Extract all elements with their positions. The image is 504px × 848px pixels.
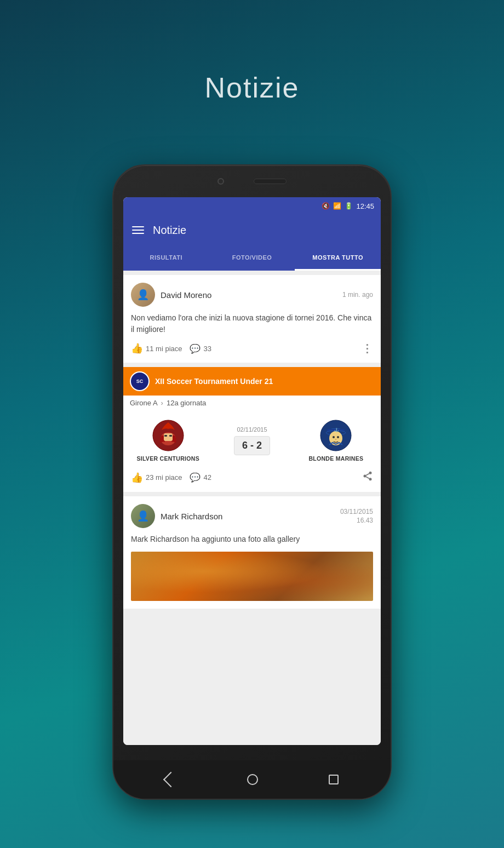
- app-bar: Notizie: [123, 215, 381, 245]
- comment-button-david[interactable]: 💬 33: [190, 343, 211, 354]
- tab-mostra-tutto[interactable]: MOSTRA TUTTO: [295, 245, 381, 271]
- svg-line-18: [366, 473, 369, 475]
- avatar-david: 👤: [131, 283, 155, 307]
- svg-point-14: [369, 472, 372, 474]
- username-mark: Mark Richardson: [161, 512, 222, 521]
- user-info-david: 👤 David Moreno: [131, 283, 211, 307]
- recents-button[interactable]: [329, 775, 339, 784]
- thumb-up-icon-match: 👍: [131, 472, 143, 484]
- page-header: Notizie: [0, 0, 504, 175]
- phone-bottom-nav: [113, 760, 391, 799]
- match-round: 12a giornata: [167, 399, 206, 407]
- front-camera: [217, 178, 224, 185]
- phone-top-area: [203, 175, 301, 187]
- feed-scroll-area[interactable]: 👤 David Moreno 1 min. ago Non vediamo l'…: [123, 271, 381, 745]
- svg-text:⚓: ⚓: [334, 427, 339, 432]
- phone-screen: 🔇 📶 🔋 12:45 Notizie RISULTATI FOTO/VIDEO: [123, 197, 381, 745]
- status-time: 12:45: [356, 202, 374, 210]
- tournament-logo: SC: [130, 371, 150, 391]
- team1-info: SILVER CENTURIONS: [130, 419, 206, 462]
- svg-point-12: [335, 439, 337, 440]
- breadcrumb-arrow-icon: ›: [161, 399, 163, 407]
- home-button[interactable]: [247, 774, 258, 785]
- earpiece-speaker: [254, 179, 287, 184]
- tab-risultati[interactable]: RISULTATI: [123, 245, 209, 271]
- post-card-david: 👤 David Moreno 1 min. ago Non vediamo l'…: [123, 275, 381, 363]
- svg-point-15: [364, 475, 366, 478]
- svg-point-16: [369, 478, 372, 480]
- like-count-david: 11 mi piace: [146, 345, 182, 353]
- user-info-mark: 👤 Mark Richardson: [131, 504, 222, 528]
- match-body: SILVER CENTURIONS 02/11/2015 6 - 2: [123, 410, 381, 466]
- svg-rect-2: [164, 433, 173, 441]
- match-card-actions: 👍 23 mi piace 💬 42: [123, 466, 381, 492]
- back-button[interactable]: [163, 772, 179, 787]
- svg-line-17: [366, 477, 369, 478]
- team1-name: SILVER CENTURIONS: [136, 455, 199, 462]
- share-button-match[interactable]: [362, 471, 373, 484]
- team2-info: ⚓ BLONDE MARINES: [298, 419, 374, 462]
- like-button-david[interactable]: 👍 11 mi piace: [131, 342, 182, 354]
- match-score: 6 - 2: [234, 436, 270, 455]
- comment-icon-david: 💬: [190, 343, 201, 354]
- avatar-mark: 👤: [131, 504, 155, 528]
- post-time-david: 1 min. ago: [342, 291, 373, 299]
- like-count-match: 23 mi piace: [146, 473, 182, 482]
- svg-rect-3: [164, 435, 167, 437]
- phone-shell: 🔇 📶 🔋 12:45 Notizie RISULTATI FOTO/VIDEO: [112, 164, 392, 800]
- svg-point-11: [337, 436, 339, 438]
- match-date: 02/11/2015: [237, 426, 267, 433]
- status-bar: 🔇 📶 🔋 12:45: [123, 197, 381, 215]
- comment-count-match: 42: [203, 473, 211, 482]
- svg-rect-4: [169, 435, 172, 437]
- team2-name: BLONDE MARINES: [308, 455, 363, 462]
- post-time-mark: 16.43: [357, 517, 373, 524]
- team2-logo: ⚓: [319, 419, 352, 452]
- post-date-mark: 03/11/2015: [340, 508, 373, 515]
- post-header-david: 👤 David Moreno 1 min. ago: [131, 283, 373, 307]
- phone-device: 🔇 📶 🔋 12:45 Notizie RISULTATI FOTO/VIDEO: [112, 164, 392, 800]
- mute-icon: 🔇: [322, 202, 330, 210]
- post-text-david: Non vediamo l'ora che inizi la nuova sta…: [131, 312, 373, 335]
- username-david: David Moreno: [161, 290, 211, 300]
- match-subtitle: Girone A › 12a giornata: [123, 396, 381, 410]
- tabs-bar: RISULTATI FOTO/VIDEO MOSTRA TUTTO: [123, 245, 381, 271]
- post-card-mark: 👤 Mark Richardson 03/11/2015 16.43 Mark …: [123, 496, 381, 609]
- match-card: SC XII Soccer Tournament Under 21 Girone…: [123, 367, 381, 492]
- svg-point-10: [333, 436, 335, 438]
- gallery-image-preview: [131, 552, 373, 601]
- match-center: 02/11/2015 6 - 2: [206, 426, 297, 455]
- thumb-up-icon-david: 👍: [131, 342, 143, 354]
- tournament-name: XII Soccer Tournament Under 21: [155, 377, 273, 386]
- comment-count-david: 33: [203, 345, 211, 353]
- battery-icon: 🔋: [345, 202, 353, 210]
- more-options-button-david[interactable]: ⋮: [362, 342, 373, 355]
- post-actions-david: 👍 11 mi piace 💬 33 ⋮: [131, 342, 373, 355]
- team1-logo: [152, 419, 185, 452]
- post-text-mark: Mark Richardson ha aggiunto una foto all…: [131, 534, 373, 545]
- hamburger-menu-button[interactable]: [132, 226, 144, 234]
- tab-foto-video[interactable]: FOTO/VIDEO: [209, 245, 295, 271]
- signal-icon: 📶: [333, 202, 341, 210]
- comment-icon-match: 💬: [190, 472, 201, 483]
- match-group: Girone A: [130, 399, 158, 407]
- post-header-mark: 👤 Mark Richardson 03/11/2015 16.43: [131, 504, 373, 528]
- tournament-header: SC XII Soccer Tournament Under 21: [123, 367, 381, 396]
- like-button-match[interactable]: 👍 23 mi piace: [131, 472, 182, 484]
- tournament-logo-text: SC: [136, 379, 144, 384]
- page-background-title: Notizie: [205, 71, 300, 104]
- comment-button-match[interactable]: 💬 42: [190, 472, 211, 483]
- app-bar-title: Notizie: [153, 224, 186, 237]
